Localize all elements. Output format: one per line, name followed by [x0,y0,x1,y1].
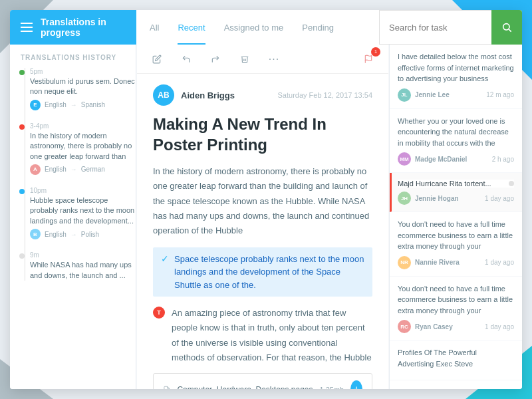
timeline-langs: A English → German [30,164,136,175]
file-download-button[interactable] [350,380,362,389]
header-tabs: All Recent Assigned to me Pending [136,10,379,45]
article-paragraph-2: An amazing piece of astronomy trivia tha… [172,306,372,364]
undo-button[interactable] [177,50,196,68]
sidebar: TRANSLATIONS HISTORY 5pm Vestibulum id p… [10,45,136,389]
task-avatar: RC [398,320,411,333]
article-meta: AB Aiden Briggs Saturday Feb 12, 2017 13… [153,84,372,106]
highlight-block: ✓ Space telescope probably ranks next to… [153,247,372,297]
task-time: 1 day ago [485,195,514,202]
author-name: Aiden Briggs [181,90,235,100]
file-name: Computer_Hardware_Desktops.pages [177,385,313,389]
author-avatar: AB [153,84,174,106]
lang-to: German [81,166,105,173]
task-avatar: JH [398,192,411,205]
file-size: 1.25mb [320,386,344,389]
lang-from: English [45,101,66,108]
delete-button[interactable] [235,50,254,68]
task-text: I have detailed below the most cost effe… [398,51,514,84]
timeline: 5pm Vestibulum id purus sem. Donec non n… [10,68,136,281]
task-text: Profiles Of The Powerful Advertising Exe… [398,347,514,369]
timeline-text: While NASA has had many ups and downs, t… [30,260,136,281]
tab-recent[interactable]: Recent [178,10,205,45]
article-date: Saturday Feb 12, 2017 13:54 [278,91,373,99]
more-button[interactable]: ··· [265,50,283,68]
lang-from: English [45,166,66,173]
sidebar-section-title: TRANSLATIONS HISTORY [10,54,136,68]
timeline-time: 10pm [30,187,136,194]
timeline-time: 3-4pm [30,122,136,130]
tab-assigned[interactable]: Assigned to me [224,10,284,45]
task-time: 1 day ago [485,259,514,266]
flag-button[interactable]: 1 [359,50,378,68]
lang-arrow: → [70,166,77,173]
timeline-langs: B English → Polish [30,229,136,239]
task-author: Nannie Rivera [415,259,460,266]
redo-button[interactable] [206,50,225,68]
lang-avatar: E [30,100,41,110]
task-meta: JH Jennie Hogan 1 day ago [398,192,514,205]
task-author: Jennie Lee [415,91,450,98]
flag-badge: 1 [371,47,380,57]
task-item[interactable]: Whether you or your loved one is encount… [390,109,522,174]
list-item[interactable]: 9m While NASA has had many ups and downs… [30,251,136,281]
timeline-text: Vestibulum id purus sem. Donec non neque… [30,76,136,97]
tab-pending[interactable]: Pending [302,10,334,45]
timeline-dot [19,70,25,75]
check-icon: ✓ [161,253,169,264]
app-wrapper: Translations in progress All Recent Assi… [10,10,522,389]
body: TRANSLATIONS HISTORY 5pm Vestibulum id p… [10,45,522,389]
toolbar: ··· 1 [137,45,388,74]
task-item[interactable]: You don't need to have a full time ecomm… [390,277,522,341]
task-time: 1 day ago [485,323,514,331]
timeline-time: 5pm [30,68,136,75]
timeline-langs: E English → Spanish [30,100,136,110]
task-time: 2 h ago [492,156,514,163]
task-avatar: MM [398,152,411,166]
lang-arrow: → [70,231,77,238]
search-button[interactable] [491,10,522,45]
active-search-row [398,180,514,188]
task-author: Madge McDaniel [415,156,467,163]
tab-all[interactable]: All [150,10,159,45]
article-area: AB Aiden Briggs Saturday Feb 12, 2017 13… [137,74,388,389]
task-meta: MM Madge McDaniel 2 h ago [398,152,514,166]
lang-to: Spanish [81,101,105,108]
svg-line-1 [509,29,511,32]
active-search-dot [509,181,514,186]
task-text: You don't need to have a full time ecomm… [398,219,514,252]
timeline-text: Hubble space telescope probably ranks ne… [30,196,136,226]
task-item[interactable]: Profiles Of The Powerful Advertising Exe… [390,340,522,380]
active-search-input[interactable] [398,180,505,188]
article-paragraph-1: In the history of modern astronomy, ther… [153,164,372,237]
file-icon [163,384,170,389]
svg-point-0 [503,24,509,30]
lang-to: Polish [81,231,99,238]
task-text: You don't need to have a full time ecomm… [398,283,514,317]
task-item[interactable]: I have detailed below the most cost effe… [390,45,522,109]
search-input-wrapper [379,10,491,45]
task-author: Ryan Casey [415,323,453,331]
task-meta: NR Nannie Rivera 1 day ago [398,256,514,269]
article-title: Making A New Trend In Poster Printing [153,114,372,155]
header: Translations in progress All Recent Assi… [10,10,522,45]
lang-from: English [45,231,66,238]
timeline-text: In the history of modern astronomy, ther… [30,131,136,162]
list-item[interactable]: 10pm Hubble space telescope probably ran… [30,187,136,239]
task-text: Whether you or your loved one is encount… [398,116,514,149]
task-meta: RC Ryan Casey 1 day ago [398,320,514,333]
timeline-dot [19,189,25,194]
search-input[interactable] [389,23,482,33]
header-left: Translations in progress [10,10,136,45]
list-item[interactable]: 3-4pm In the history of modern astronomy… [30,122,136,175]
timeline-dot [19,124,25,130]
task-avatar: NR [398,256,411,269]
header-search [379,10,522,45]
lang-avatar: A [30,164,41,175]
lang-arrow: → [70,101,77,108]
list-item[interactable]: 5pm Vestibulum id purus sem. Donec non n… [30,68,136,110]
task-item-active[interactable]: JH Jennie Hogan 1 day ago [390,173,522,212]
task-avatar: JL [398,88,411,102]
task-item[interactable]: You don't need to have a full time ecomm… [390,212,522,277]
edit-button[interactable] [148,50,166,68]
hamburger-icon[interactable] [21,23,33,32]
